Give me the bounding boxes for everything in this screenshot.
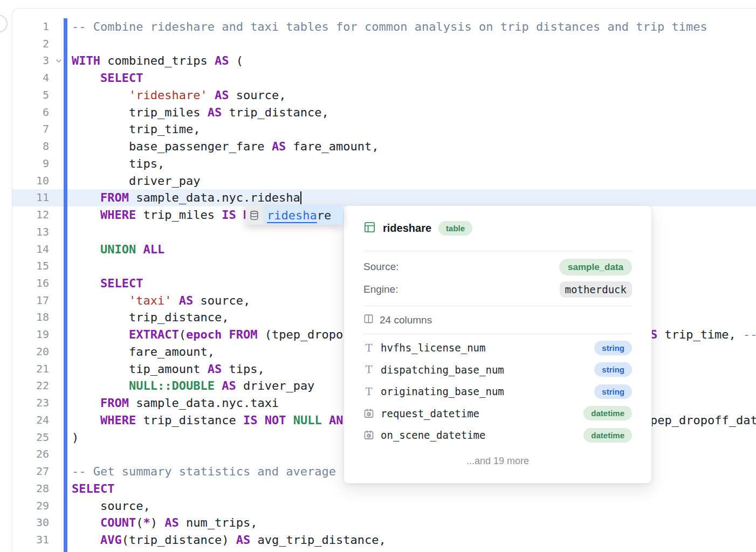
gutter-change-bar <box>64 412 67 429</box>
gutter-change-bar <box>64 549 67 552</box>
code-line[interactable]: 3WITH combined_trips AS ( <box>12 52 756 70</box>
code-text: WITH combined_trips AS ( <box>67 52 243 70</box>
line-number[interactable]: 29 <box>12 498 49 515</box>
code-line[interactable]: 11 FROM sample_data.nyc.ridesha <box>12 189 756 206</box>
code-line[interactable]: 8 base_passenger_fare AS fare_amount, <box>12 138 756 155</box>
column-type-badge: string <box>594 341 632 355</box>
line-number[interactable]: 19 <box>12 326 49 343</box>
fold-gutter <box>49 326 64 343</box>
line-number[interactable]: 20 <box>12 343 49 361</box>
app-window: 1-- Combine rideshare and taxi tables fo… <box>0 0 756 552</box>
gutter-change-bar <box>64 361 67 378</box>
fold-gutter <box>49 155 64 172</box>
code-line[interactable]: 30 COUNT(*) AS num_trips, <box>12 514 756 532</box>
text-type-icon: T <box>363 364 374 375</box>
fold-gutter <box>49 463 64 480</box>
code-line[interactable]: 2 <box>12 36 756 53</box>
code-line[interactable]: 10 driver_pay <box>12 172 756 190</box>
more-columns-label: ...and 19 more <box>363 456 632 467</box>
line-number[interactable]: 26 <box>12 446 49 463</box>
line-number[interactable]: 6 <box>12 104 49 121</box>
collapsed-side-button[interactable] <box>0 15 8 33</box>
code-text: driver_pay <box>67 172 200 190</box>
fold-gutter <box>49 514 64 532</box>
code-text: SELECT <box>67 480 114 498</box>
gutter-change-bar <box>64 70 67 87</box>
column-type-badge: datetime <box>583 428 632 443</box>
gutter-change-bar <box>64 532 67 549</box>
code-text: UNION ALL <box>67 241 164 258</box>
line-number[interactable]: 23 <box>12 395 49 412</box>
line-number[interactable]: 3 <box>12 52 49 70</box>
line-number[interactable]: 8 <box>12 138 49 155</box>
line-number[interactable]: 24 <box>12 412 49 429</box>
line-number[interactable]: 30 <box>12 514 49 532</box>
line-number[interactable]: 17 <box>12 292 49 309</box>
line-number[interactable]: 28 <box>12 480 49 498</box>
line-number[interactable]: 12 <box>12 206 49 224</box>
gutter-change-bar <box>64 241 67 258</box>
text-type-icon: T <box>363 387 374 397</box>
code-line[interactable]: 4 SELECT <box>12 70 756 87</box>
line-number[interactable]: 7 <box>12 121 49 138</box>
line-number[interactable]: 10 <box>12 172 49 190</box>
code-line[interactable]: 6 trip_miles AS trip_distance, <box>12 104 756 121</box>
gutter-change-bar <box>64 121 67 138</box>
fold-gutter <box>49 70 64 87</box>
column-name: hvfhs_license_num <box>381 342 485 354</box>
autocomplete-item-rideshare[interactable]: rideshare <box>263 205 343 225</box>
gutter-change-bar <box>64 498 67 515</box>
line-number[interactable]: 5 <box>12 87 49 104</box>
line-number[interactable]: 31 <box>12 532 49 549</box>
line-number[interactable]: 13 <box>12 224 49 241</box>
line-number[interactable]: 11 <box>12 189 49 206</box>
line-number[interactable]: 27 <box>12 463 49 480</box>
gutter-change-bar <box>64 258 67 275</box>
line-number[interactable]: 32 <box>12 549 49 552</box>
code-line[interactable]: 29 source, <box>12 498 756 515</box>
gutter-change-bar <box>64 292 67 309</box>
code-line[interactable]: 5 'rideshare' AS source, <box>12 87 756 104</box>
gutter-change-bar <box>64 189 67 206</box>
code-text: SELECT <box>67 275 143 292</box>
columns-count-label: 24 columns <box>380 314 432 326</box>
fold-gutter <box>49 446 64 463</box>
property-value-badge: motherduck <box>560 281 632 298</box>
fold-gutter <box>49 258 64 275</box>
code-text: fare_amount, <box>67 343 215 361</box>
code-line[interactable]: 7 trip_time, <box>12 121 756 138</box>
property-label: Source: <box>363 261 398 273</box>
column-name: originating_base_num <box>381 385 504 397</box>
column-type-badge: string <box>594 362 632 377</box>
line-number[interactable]: 25 <box>12 429 49 446</box>
line-number[interactable]: 2 <box>12 36 49 53</box>
code-text: FROM sample_data.nyc.taxi <box>67 395 279 412</box>
line-number[interactable]: 9 <box>12 155 49 172</box>
line-number[interactable]: 22 <box>12 377 49 395</box>
gutter-change-bar <box>64 343 67 361</box>
line-number[interactable]: 18 <box>12 309 49 326</box>
line-number[interactable]: 14 <box>12 241 49 258</box>
code-line[interactable]: 31 AVG(trip_distance) AS avg_trip_distan… <box>12 532 756 549</box>
code-text: tips, <box>67 155 164 172</box>
code-text: FROM sample_data.nyc.ridesha <box>67 189 300 206</box>
column-row: on_scene_datetimedatetime <box>363 424 632 446</box>
gutter-change-bar <box>64 224 67 241</box>
line-number[interactable]: 21 <box>12 361 49 378</box>
code-line[interactable]: 32 AVG(trip_time) AS avg_trip_time, <box>12 549 756 552</box>
line-number[interactable]: 15 <box>12 258 49 275</box>
fold-gutter <box>49 343 64 361</box>
line-number[interactable]: 1 <box>12 18 49 36</box>
line-number[interactable]: 16 <box>12 275 49 292</box>
code-text <box>67 446 72 463</box>
fold-gutter <box>49 309 64 326</box>
fold-chevron-down-icon[interactable] <box>49 52 64 70</box>
column-type-badge: string <box>594 384 632 399</box>
line-number[interactable]: 4 <box>12 70 49 87</box>
table-info-header: rideshare table <box>363 206 632 251</box>
fold-gutter <box>49 395 64 412</box>
fold-gutter <box>49 36 64 53</box>
code-line[interactable]: 1-- Combine rideshare and taxi tables fo… <box>12 18 756 36</box>
code-line[interactable]: 9 tips, <box>12 155 756 172</box>
gutter-change-bar <box>64 104 67 121</box>
